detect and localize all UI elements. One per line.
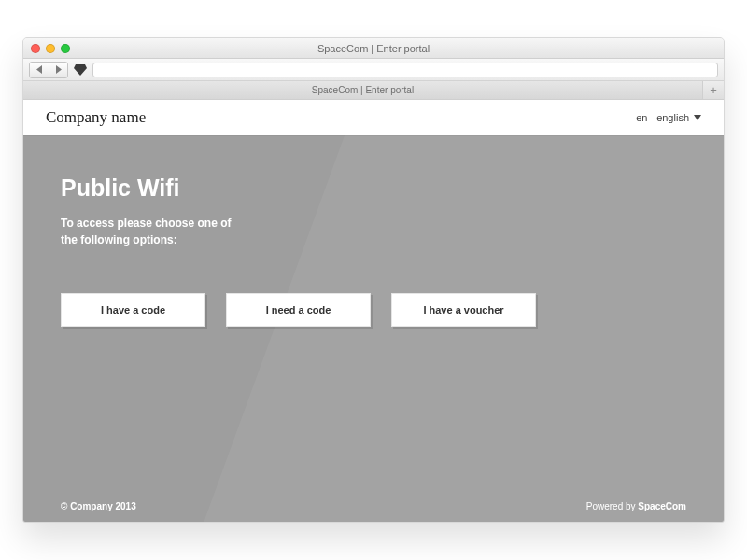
instructions-text: To access please choose one of the follo…: [61, 215, 247, 248]
nav-buttons: [29, 62, 68, 78]
have-voucher-button[interactable]: I have a voucher: [391, 293, 536, 327]
page-body: Company name en - english Public Wifi To…: [23, 100, 724, 522]
site-header: Company name en - english: [23, 100, 724, 135]
copyright-text: © Company 2013: [61, 501, 136, 511]
browser-tab[interactable]: SpaceCom | Enter portal: [23, 81, 703, 99]
option-buttons: I have a code I need a code I have a vou…: [61, 293, 686, 327]
window-titlebar: SpaceCom | Enter portal: [23, 38, 724, 59]
powered-prefix: Powered by: [586, 501, 639, 511]
window-title: SpaceCom | Enter portal: [317, 43, 430, 54]
close-window-icon[interactable]: [31, 44, 40, 53]
page-heading: Public Wifi: [61, 175, 686, 202]
language-label: en - english: [636, 112, 689, 123]
powered-by: Powered by SpaceCom: [586, 501, 686, 511]
option-label: I need a code: [266, 304, 331, 315]
browser-toolbar: [23, 59, 724, 81]
forward-button[interactable]: [49, 63, 67, 77]
chevron-down-icon: [694, 115, 701, 120]
company-logo: Company name: [46, 108, 146, 127]
tab-label: SpaceCom | Enter portal: [312, 85, 414, 95]
language-selector[interactable]: en - english: [636, 112, 701, 123]
have-code-button[interactable]: I have a code: [61, 293, 205, 327]
option-label: I have a voucher: [423, 304, 503, 315]
new-tab-button[interactable]: +: [703, 81, 724, 99]
browser-window: SpaceCom | Enter portal SpaceCom | Enter…: [22, 37, 725, 523]
minimize-window-icon[interactable]: [46, 44, 55, 53]
tab-bar: SpaceCom | Enter portal +: [23, 81, 724, 100]
need-code-button[interactable]: I need a code: [226, 293, 371, 327]
zoom-window-icon[interactable]: [61, 44, 70, 53]
back-button[interactable]: [30, 63, 49, 77]
main-content: Public Wifi To access please choose one …: [23, 135, 724, 327]
powered-brand: SpaceCom: [638, 501, 686, 511]
site-footer: © Company 2013 Powered by SpaceCom: [23, 490, 724, 522]
address-bar[interactable]: [92, 63, 718, 77]
sketch-icon: [72, 63, 89, 77]
option-label: I have a code: [101, 304, 165, 315]
traffic-lights: [31, 44, 70, 53]
